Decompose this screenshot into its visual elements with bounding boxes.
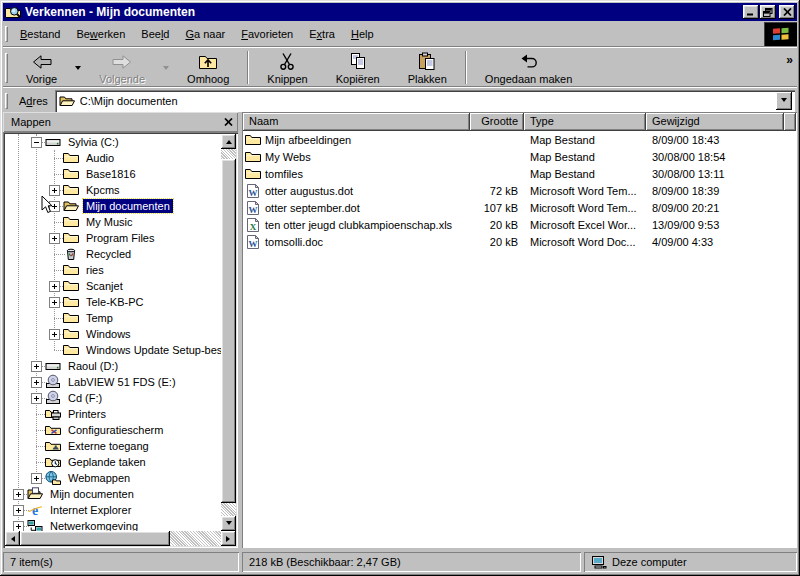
omhoog-button[interactable]: Omhoog [173,49,243,86]
addressbar-grip[interactable] [5,93,8,109]
menu-help[interactable]: Help [343,24,382,44]
tree-item-label: Webmappen [65,471,133,485]
tree-item-base1816[interactable]: Base1816 [5,166,221,182]
tree-vertical-scrollbar[interactable] [221,134,236,531]
menu-bewerken[interactable]: Bewerken [68,24,133,44]
expand-icon[interactable] [49,297,60,308]
menu-favorieten[interactable]: Favorieten [233,24,301,44]
file-size: 107 kB [470,202,524,214]
tree-horizontal-scrollbar[interactable] [5,531,236,546]
expand-icon[interactable] [13,521,24,532]
close-folders-button[interactable] [220,115,236,129]
svg-text:X: X [250,221,257,231]
column-header-naam[interactable]: Naam [243,113,470,131]
tree-item-kpcms[interactable]: Kpcms [5,182,221,198]
file-row-mijn-afbeeldingen[interactable]: Mijn afbeeldingenMap Bestand8/09/00 18:4… [243,131,796,148]
title-bar[interactable]: Verkennen - Mijn documenten [3,3,797,21]
expand-icon[interactable] [31,361,42,372]
tree-item-webmappen[interactable]: Webmappen [5,470,221,486]
scroll-right-button[interactable] [221,531,236,546]
file-row-otter-augustus-dot[interactable]: Wotter augustus.dot72 kBMicrosoft Word T… [243,182,796,199]
collapse-icon[interactable] [31,137,42,148]
file-row-ten-otter-jeugd-clubkampioenschap-xls[interactable]: Xten otter jeugd clubkampioenschap.xls20… [243,216,796,233]
horizontal-scroll-thumb[interactable] [20,531,170,546]
menu-bestand[interactable]: Bestand [12,24,68,44]
expand-icon[interactable] [31,473,42,484]
tree-item-configuratiescherm[interactable]: Configuratiescherm [5,422,221,438]
scroll-up-button[interactable] [221,134,236,149]
file-row-my-webs[interactable]: My WebsMap Bestand30/08/00 18:54 [243,148,796,165]
file-row-tomfiles[interactable]: tomfilesMap Bestand30/08/00 13:11 [243,165,796,182]
expand-icon[interactable] [49,281,60,292]
tree-item-sylvia-c[interactable]: Sylvia (C:) [5,134,221,150]
tree-item-temp[interactable]: Temp [5,310,221,326]
vorige-dropdown[interactable] [71,49,85,86]
close-button[interactable] [779,5,795,19]
tree-item-printers[interactable]: Printers [5,406,221,422]
tree-item-labview-51-fds-e[interactable]: LabVIEW 51 FDS (E:) [5,374,221,390]
expand-icon[interactable] [31,393,42,404]
tree-item-ries[interactable]: ries [5,262,221,278]
file-row-otter-september-dot[interactable]: Wotter september.dot107 kBMicrosoft Word… [243,199,796,216]
toolbar-overflow-chevron[interactable]: » [786,53,793,67]
restore-icon [763,8,773,17]
tree-item-scanjet[interactable]: Scanjet [5,278,221,294]
tree-item-mijn-documenten[interactable]: Mijn documenten [5,486,221,502]
tree-item-mijn-documenten[interactable]: Mijn documenten [5,198,221,214]
tree-item-windows[interactable]: Windows [5,326,221,342]
expand-icon[interactable] [49,233,60,244]
file-row-tomsolli-doc[interactable]: Wtomsolli.doc20 kBMicrosoft Word Doc...4… [243,233,796,250]
word-template-icon: W [245,183,261,199]
column-header-type[interactable]: Type [524,113,646,131]
menu-ga-naar[interactable]: Ga naar [177,24,233,44]
menu-extra[interactable]: Extra [301,24,343,44]
scroll-down-button[interactable] [221,516,236,531]
folder-tree: Sylvia (C:)AudioBase1816KpcmsMijn docume… [5,134,221,531]
status-zone-pane: Deze computer [584,552,797,572]
minimize-button[interactable] [743,5,759,19]
tree-item-recycled[interactable]: Recycled [5,246,221,262]
knippen-button[interactable]: Knippen [253,49,321,86]
menu-beeld[interactable]: Beeld [133,24,177,44]
tree-item-netwerkomgeving[interactable]: Netwerkomgeving [5,518,221,531]
restore-button[interactable] [760,5,776,19]
column-header-grootte[interactable]: Grootte [470,113,524,131]
column-header-gewijzigd[interactable]: Gewijzigd [646,113,784,131]
address-dropdown-button[interactable] [776,92,792,110]
file-list-header: NaamGrootteTypeGewijzigd [243,113,796,131]
tree-item-audio[interactable]: Audio [5,150,221,166]
tree-item-label: Temp [83,311,116,325]
file-name: ten otter jeugd clubkampioenschap.xls [265,219,452,231]
expand-icon[interactable] [13,505,24,516]
expand-icon[interactable] [31,377,42,388]
tree-item-my-music[interactable]: My Music [5,214,221,230]
tree-item-geplande-taken[interactable]: Geplande taken [5,454,221,470]
volgende-dropdown[interactable] [159,49,173,86]
expand-icon[interactable] [49,329,60,340]
kopi-ren-button[interactable]: Kopiëren [322,49,394,86]
up-folder-icon [197,52,219,72]
tree-item-raoul-d[interactable]: Raoul (D:) [5,358,221,374]
folders-pane-title: Mappen [11,116,220,128]
tree-item-windows-update-setup-bes[interactable]: Windows Update Setup-bes [5,342,221,358]
folders-pane-header: Mappen [3,112,238,132]
expand-icon[interactable] [13,489,24,500]
tree-item-externe-toegang[interactable]: Externe toegang [5,438,221,454]
file-name: Mijn afbeeldingen [265,134,351,146]
tree-item-tele-kb-pc[interactable]: Tele-KB-PC [5,294,221,310]
tree-item-internet-explorer[interactable]: eInternet Explorer [5,502,221,518]
address-input[interactable]: C:\Mijn documenten [55,90,795,112]
vorige-button[interactable]: Vorige [12,49,71,86]
ongedaan-maken-button[interactable]: Ongedaan maken [471,49,586,86]
tree-item-label: Tele-KB-PC [83,295,146,309]
vertical-scroll-thumb[interactable] [221,159,236,503]
tree-item-cd-f[interactable]: Cd (F:) [5,390,221,406]
volgende-button[interactable]: Volgende [85,49,159,86]
menubar-grip[interactable] [5,26,8,42]
expand-icon[interactable] [49,185,60,196]
svg-text:e: e [32,503,38,518]
scroll-left-button[interactable] [5,531,20,546]
tree-item-program-files[interactable]: Program Files [5,230,221,246]
toolbar-grip[interactable] [5,53,8,83]
plakken-button[interactable]: Plakken [394,49,461,86]
